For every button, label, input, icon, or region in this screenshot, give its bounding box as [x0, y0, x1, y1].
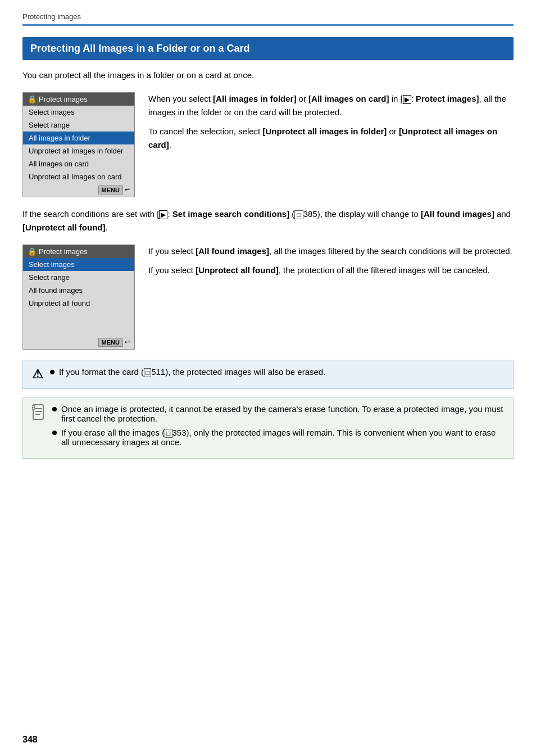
menu-screenshot-1: 🔒 Protect images Select images Select ra… — [22, 92, 135, 197]
second-two-col: 🔒 Protect images Select images Select ra… — [22, 245, 514, 350]
desc1-p2: To cancel the selection, select [Unprote… — [148, 125, 514, 152]
menu1-item-1[interactable]: Select range — [23, 119, 134, 132]
menu1-item-4[interactable]: All images on card — [23, 157, 134, 170]
notice-item-1: If you format the card (□511), the prote… — [50, 367, 325, 377]
info-box: Once an image is protected, it cannot be… — [22, 397, 514, 459]
info-text-2: If you erase all the images (□353), only… — [61, 428, 504, 447]
menu1-item-0[interactable]: Select images — [23, 106, 134, 119]
menu2-btn: MENU — [98, 338, 123, 347]
info-item-1: Once an image is protected, it cannot be… — [52, 404, 504, 423]
menu2-item-2[interactable]: All found images — [23, 284, 134, 297]
menu-title-label-1: Protect images — [39, 95, 88, 103]
bullet-dot-1 — [50, 370, 54, 374]
menu-title-label-2: Protect images — [39, 247, 88, 256]
menu2-item-3[interactable]: Unprotect all found — [23, 297, 134, 310]
menu-title-1: 🔒 Protect images — [23, 93, 134, 106]
breadcrumb-bar: Protecting images — [22, 11, 514, 26]
menu1-arrow: ↩ — [125, 186, 130, 193]
info-text-1: Once an image is protected, it cannot be… — [61, 404, 504, 423]
desc1-p1: When you select [All images in folder] o… — [148, 92, 514, 119]
section-header: Protecting All Images in a Folder or on … — [22, 37, 514, 60]
info-icon — [32, 404, 46, 423]
description-col-1: When you select [All images in folder] o… — [148, 92, 514, 157]
protect-icon-1: 🔒 — [28, 95, 37, 103]
bullet-dot-3 — [52, 431, 57, 435]
warning-icon: ⚠ — [32, 367, 43, 382]
menu1-item-2[interactable]: All images in folder — [23, 132, 134, 144]
info-list: Once an image is protected, it cannot be… — [52, 404, 504, 451]
menu-screenshot-2: 🔒 Protect images Select images Select ra… — [22, 245, 135, 350]
menu-title-2: 🔒 Protect images — [23, 245, 134, 258]
note-icon-svg — [32, 404, 46, 420]
notice-text-1: If you format the card (□511), the prote… — [59, 367, 325, 377]
intro-text: You can protect all the images in a fold… — [22, 69, 514, 82]
menu2-spacer-1 — [23, 310, 134, 323]
menu2-footer: MENU ↩ — [23, 336, 134, 349]
menu2-item-1[interactable]: Select range — [23, 271, 134, 284]
page-number: 348 — [22, 735, 38, 745]
breadcrumb: Protecting images — [22, 12, 81, 21]
desc2-p2: If you select [Unprotect all found], the… — [148, 264, 514, 277]
description-col-2: If you select [All found images], all th… — [148, 245, 514, 283]
notice-box: ⚠ If you format the card (□511), the pro… — [22, 360, 514, 389]
bullet-dot-2 — [52, 407, 57, 411]
desc2-p1: If you select [All found images], all th… — [148, 245, 514, 258]
first-two-col: 🔒 Protect images Select images Select ra… — [22, 92, 514, 197]
search-conditions-text: If the search conditions are set with [▶… — [22, 207, 514, 234]
menu1-item-3[interactable]: Unprotect all images in folder — [23, 144, 134, 157]
info-item-2: If you erase all the images (□353), only… — [52, 428, 504, 447]
menu2-spacer-2 — [23, 323, 134, 336]
menu2-arrow: ↩ — [125, 338, 130, 346]
menu1-btn: MENU — [98, 185, 123, 194]
page-container: Protecting images Protecting All Images … — [0, 0, 536, 756]
menu2-item-0[interactable]: Select images — [23, 258, 134, 271]
notice-list: If you format the card (□511), the prote… — [50, 367, 325, 381]
menu1-footer: MENU ↩ — [23, 183, 134, 197]
menu1-item-5[interactable]: Unprotect all images on card — [23, 170, 134, 183]
protect-icon-2: 🔒 — [28, 247, 37, 256]
